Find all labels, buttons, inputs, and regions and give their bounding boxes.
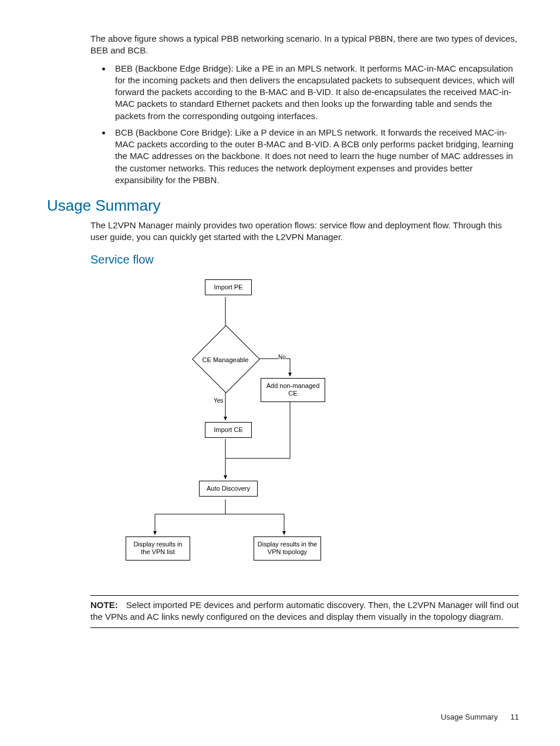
flow-label-no: No <box>278 353 286 362</box>
note-block: NOTE: Select imported PE devices and per… <box>90 595 519 629</box>
flow-result-vpn-list: Display results in the VPN list <box>126 536 190 561</box>
summary-paragraph: The L2VPN Manager mainly provides two op… <box>90 220 519 244</box>
note-text: Select imported PE devices and perform a… <box>90 600 519 622</box>
heading-usage-summary: Usage Summary <box>47 195 519 216</box>
flow-label-yes: Yes <box>214 397 223 405</box>
flow-auto-discovery: Auto Discovery <box>199 481 258 497</box>
intro-paragraph: The above figure shows a typical PBB net… <box>90 33 519 57</box>
flow-import-ce: Import CE <box>205 422 252 438</box>
flowchart: Import PE CE Manageable No Yes Add non-m… <box>90 274 337 579</box>
flow-import-pe: Import PE <box>205 279 252 296</box>
list-item: BCB (Backbone Core Bridge): Like a P dev… <box>112 127 519 186</box>
flow-result-vpn-topology: Display results in the VPN topology <box>254 536 321 561</box>
heading-service-flow: Service flow <box>90 252 519 268</box>
flow-decision-ce-manageable: CE Manageable <box>192 325 260 393</box>
note-label: NOTE: <box>90 600 118 610</box>
list-item: BEB (Backbone Edge Bridge): Like a PE in… <box>112 63 519 122</box>
flow-add-non-managed-ce: Add non-managed CE <box>261 378 325 403</box>
definition-list: BEB (Backbone Edge Bridge): Like a PE in… <box>90 63 519 187</box>
